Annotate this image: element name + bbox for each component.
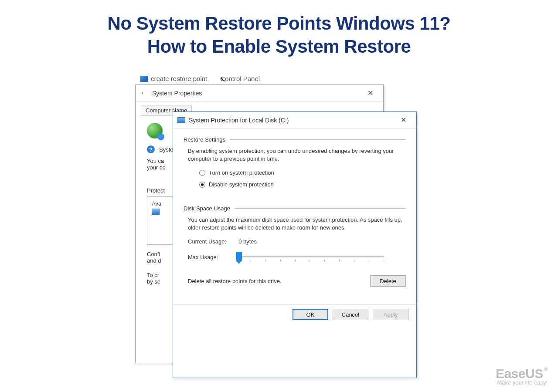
radio-icon[interactable] (199, 170, 205, 176)
drive-icon (177, 117, 185, 123)
close-icon[interactable]: ✕ (395, 114, 412, 127)
max-usage-slider[interactable] (236, 251, 384, 263)
cancel-button[interactable]: Cancel (333, 309, 368, 320)
current-usage-label: Current Usage: (188, 238, 226, 245)
brand-tagline: Make your life easy! (496, 379, 548, 386)
apply-button[interactable]: Apply (373, 309, 408, 320)
drive-icon (152, 209, 160, 215)
page-headline: No System Restore Points Windows 11? How… (0, 0, 558, 58)
system-protection-icon (147, 123, 163, 139)
dialog-button-row: OK Cancel Apply (173, 304, 416, 324)
divider (235, 208, 406, 209)
delete-button[interactable]: Delete (370, 275, 406, 287)
sysprops-title: System Properties (152, 90, 202, 97)
delete-description: Delete all restore points for this drive… (188, 278, 282, 284)
disk-usage-header: Disk Space Usage (184, 205, 406, 212)
help-icon[interactable]: ? (147, 145, 155, 153)
max-usage-label: Max Usage: (188, 254, 227, 260)
slider-track (236, 256, 384, 257)
disk-usage-description: You can adjust the maximum disk space us… (184, 216, 406, 231)
close-icon[interactable]: ✕ (361, 87, 379, 100)
watermark: EaseUS® Make your life easy! (496, 366, 548, 386)
search-text: create restore point (151, 75, 207, 82)
current-usage-value: 0 bytes (238, 238, 257, 245)
restore-settings-description: By enabling system protection, you can u… (184, 147, 406, 162)
control-panel-icon (140, 76, 148, 82)
radio-icon[interactable] (199, 182, 205, 188)
restore-settings-header: Restore Settings (184, 136, 406, 143)
back-icon[interactable]: ← (140, 88, 148, 98)
radio-turn-on[interactable]: Turn on system protection (199, 169, 406, 176)
control-panel-breadcrumb: create restore point Control Panel (140, 75, 260, 82)
protection-radio-group: Turn on system protection Disable system… (184, 169, 406, 188)
radio-disable[interactable]: Disable system protection (199, 181, 406, 188)
radio-off-label: Disable system protection (209, 181, 274, 188)
system-protection-dialog: System Protection for Local Disk (C:) ✕ … (173, 112, 417, 378)
dialog-titlebar[interactable]: System Protection for Local Disk (C:) ✕ (173, 112, 416, 128)
brand-name: EaseUS® (496, 366, 548, 381)
divider (230, 139, 406, 140)
headline-line1: No System Restore Points Windows 11? (0, 12, 558, 35)
dialog-title: System Protection for Local Disk (C:) (189, 117, 289, 124)
headline-line2: How to Enable System Restore (0, 35, 558, 58)
sysprops-titlebar[interactable]: ← System Properties ✕ (136, 85, 383, 101)
ok-button[interactable]: OK (293, 309, 328, 320)
radio-on-label: Turn on system protection (209, 169, 274, 176)
disk-usage-label: Disk Space Usage (184, 205, 230, 212)
slider-ticks (236, 260, 384, 262)
restore-settings-label: Restore Settings (184, 136, 225, 143)
